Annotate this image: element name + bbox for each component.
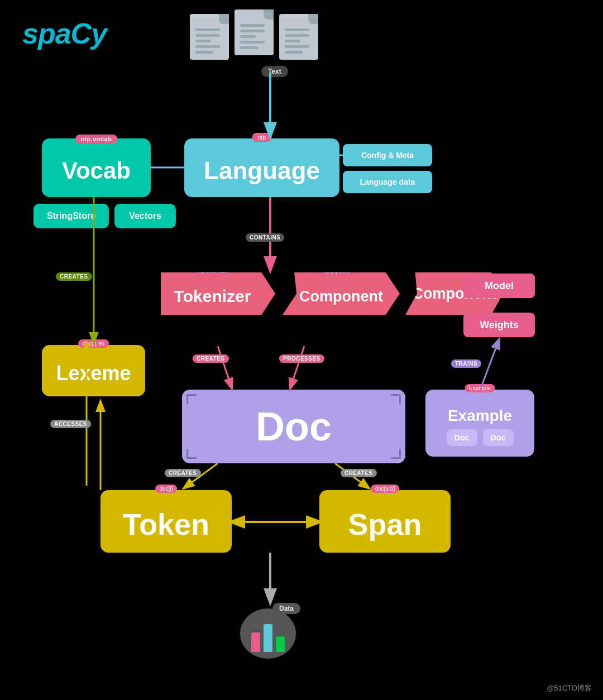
language-box: nlp Language <box>184 138 339 197</box>
processes-label: PROCESSES <box>279 354 324 363</box>
component-label-1: nlp.pipeline <box>318 267 355 275</box>
text-badge: Text <box>261 66 288 77</box>
spacy-logo: spaCy <box>22 17 107 50</box>
vocab-title: Vocab <box>62 157 131 184</box>
contains-label: CONTAINS <box>246 233 284 242</box>
doc-icon-3 <box>279 14 318 60</box>
component-box-1: nlp.pipeline Component <box>283 272 400 315</box>
model-box: Model <box>463 274 535 298</box>
language-data-box: Language data <box>343 171 432 193</box>
vectors-box: Vectors <box>114 204 176 228</box>
stringstore-box: StringStore <box>34 204 109 228</box>
creates-label-3: CREATES <box>165 469 201 477</box>
watermark: @51CTO博客 <box>547 683 592 693</box>
token-box: doc[i] Token <box>100 490 232 553</box>
creates-label-4: CREATES <box>341 469 377 477</box>
span-title: Span <box>348 507 422 541</box>
span-label: doc[a:b] <box>371 485 400 493</box>
token-title: Token <box>123 507 209 541</box>
lexeme-title: Lexeme <box>56 362 131 385</box>
component-title-1: Component <box>299 288 383 305</box>
svg-line-14 <box>480 339 499 390</box>
doc-box: Doc <box>182 390 405 463</box>
language-title: Language <box>204 157 320 185</box>
doc-title: Doc <box>256 404 332 449</box>
lexeme-box: doc[i].lex Lexeme <box>42 345 145 396</box>
tokenizer-label: nlp.tokenizer <box>193 267 233 275</box>
vocab-label: nlp.vocab <box>75 135 118 143</box>
tokenizer-box: nlp.tokenizer Tokenizer <box>161 272 275 315</box>
doc-icon-1 <box>190 14 229 60</box>
token-label: doc[i] <box>155 485 178 493</box>
accesses-label: ACCESSES <box>50 420 91 428</box>
bracket-br <box>391 449 401 459</box>
creates-label-2: CREATES <box>193 354 229 363</box>
bracket-tr <box>391 394 401 404</box>
example-doc-pair: Doc Doc <box>447 429 514 446</box>
example-title: Example <box>448 407 512 425</box>
document-icons <box>190 14 318 60</box>
weights-box: Weights <box>463 313 535 337</box>
svg-line-6 <box>290 346 304 388</box>
example-box: Example Example Doc Doc <box>425 390 534 457</box>
lexeme-label: doc[i].lex <box>78 339 109 348</box>
tokenizer-title: Tokenizer <box>174 287 262 306</box>
bracket-tl <box>186 394 197 404</box>
config-meta-box: Config & Meta <box>343 144 432 166</box>
bracket-bl <box>186 449 197 459</box>
trains-label: TRAINS <box>451 359 481 368</box>
doc-icon-2 <box>234 9 274 55</box>
span-box: doc[a:b] Span <box>319 490 451 553</box>
svg-line-5 <box>218 346 232 388</box>
example-doc-2: Doc <box>483 429 514 446</box>
creates-label-1: CREATES <box>56 272 92 281</box>
example-label: Example <box>465 384 495 392</box>
language-label: nlp <box>252 133 272 142</box>
example-doc-1: Doc <box>447 429 477 446</box>
data-chart-icon <box>240 608 296 659</box>
vocab-box: nlp.vocab Vocab <box>42 138 151 197</box>
